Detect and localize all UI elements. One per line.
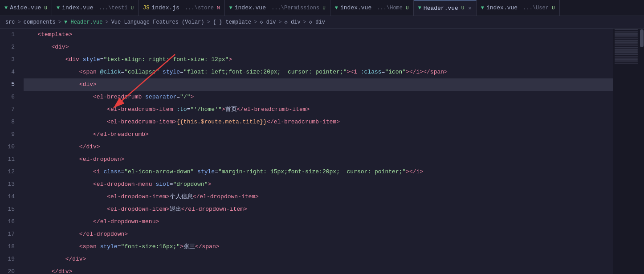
tab-unsaved: U — [406, 5, 409, 11]
tab-path: ...\test1 — [95, 5, 127, 11]
code-line-5: <div> — [24, 78, 613, 91]
code-content[interactable]: <template> <div> <div style="text-align:… — [20, 29, 613, 274]
tab-index-home[interactable]: ▼ index.vue ...\Home U — [330, 0, 414, 16]
minimap — [613, 29, 640, 274]
line-num-15: 15 — [0, 203, 20, 216]
vue-icon: ▼ — [481, 5, 484, 11]
line-num-5: 5 — [0, 78, 20, 91]
tab-label: Header.vue — [424, 5, 458, 12]
tab-index-store[interactable]: JS index.js ...\store M — [139, 0, 224, 16]
code-line-15: <el-dropdown-item>退出</el-dropdown-item> — [24, 203, 613, 216]
code-line-11: <el-dropdown> — [24, 153, 613, 166]
code-line-7: <el-breadcrumb-item :to="'/home'">首页</el… — [24, 103, 613, 116]
line-num-6: 6 — [0, 91, 20, 103]
line-num-2: 2 — [0, 41, 20, 53]
tab-path: ...\Permissions — [268, 5, 319, 11]
code-line-10: </div> — [24, 141, 613, 153]
breadcrumb-src: src — [5, 19, 15, 25]
tab-label: index.js — [151, 4, 179, 11]
line-num-1: 1 — [0, 29, 20, 41]
line-num-3: 3 — [0, 53, 20, 66]
tab-header[interactable]: ▼ Header.vue U ✕ — [414, 0, 477, 16]
breadcrumb-div2: ◇ div — [285, 19, 301, 25]
scrollbar[interactable] — [640, 29, 644, 274]
line-num-11: 11 — [0, 153, 20, 166]
line-num-7: 7 — [0, 103, 20, 116]
code-line-2: <div> — [24, 41, 613, 53]
breadcrumb-header-vue: ▼ Header.vue — [64, 19, 102, 25]
breadcrumb-sep: > — [207, 19, 210, 25]
code-line-1: <template> — [24, 29, 613, 41]
code-line-13: <el-dropdown-menu slot="dropdown"> — [24, 178, 613, 191]
code-line-12: <i class="el-icon-arrow-down" style="mar… — [24, 166, 613, 178]
tab-unsaved: U — [130, 5, 134, 11]
breadcrumb-sep: > — [303, 19, 306, 25]
breadcrumb-div1: ◇ div — [260, 19, 276, 25]
tab-aside[interactable]: ▼ Aside.vue U — [0, 0, 52, 16]
code-line-6: <el-breadcrumb separator="/"> — [24, 91, 613, 103]
tab-modified: M — [217, 5, 220, 11]
tab-unsaved: U — [461, 5, 465, 11]
breadcrumb-components: components — [24, 19, 56, 25]
tab-label: index.vue — [486, 4, 518, 11]
line-num-13: 13 — [0, 178, 20, 191]
line-num-14: 14 — [0, 191, 20, 203]
editor-area: 1 2 3 4 5 6 7 8 9 10 11 12 13 14 15 16 1… — [0, 29, 644, 274]
tab-path: ...\store — [182, 5, 214, 11]
line-num-19: 19 — [0, 253, 20, 266]
code-line-16: </el-dropdown-menu> — [24, 216, 613, 228]
tab-unsaved: U — [44, 5, 47, 11]
code-line-14: <el-dropdown-item>个人信息</el-dropdown-item… — [24, 191, 613, 203]
vue-icon: ▼ — [418, 5, 421, 11]
tab-bar: ▼ Aside.vue U ▼ index.vue ...\test1 U JS… — [0, 0, 644, 16]
breadcrumb-template: { } template — [213, 19, 251, 25]
line-num-17: 17 — [0, 228, 20, 241]
js-icon: JS — [143, 5, 149, 11]
line-num-16: 16 — [0, 216, 20, 228]
line-numbers: 1 2 3 4 5 6 7 8 9 10 11 12 13 14 15 16 1… — [0, 29, 20, 274]
vue-icon: ▼ — [57, 5, 60, 11]
tab-unsaved: U — [552, 5, 555, 11]
syntax-tag: <template> — [37, 29, 72, 41]
breadcrumb-sep: > — [58, 19, 61, 25]
tab-label: index.vue — [62, 4, 93, 11]
code-line-18: <span style="font-size:16px;">张三</span> — [24, 241, 613, 253]
line-num-12: 12 — [0, 166, 20, 178]
breadcrumb-sep: > — [254, 19, 257, 25]
breadcrumb-volar: Vue Language Features (Volar) — [111, 19, 204, 25]
tab-unsaved: U — [322, 5, 326, 11]
code-line-4: <span @click="collapse" style="float: le… — [24, 66, 613, 78]
breadcrumb-sep: > — [105, 19, 108, 25]
code-line-20: </div> — [24, 266, 613, 274]
vue-icon: ▼ — [335, 5, 338, 11]
tab-close-button[interactable]: ✕ — [468, 5, 471, 12]
vue-icon: ▼ — [4, 5, 8, 11]
tab-index-user[interactable]: ▼ index.vue ...\User U — [477, 0, 560, 16]
line-num-18: 18 — [0, 241, 20, 253]
tab-index-permissions[interactable]: ▼ index.vue ...\Permissions U — [225, 0, 330, 16]
line-num-4: 4 — [0, 66, 20, 78]
tab-path: ...\User — [520, 5, 549, 11]
tab-path: ...\Home — [374, 5, 403, 11]
code-line-19: </div> — [24, 253, 613, 266]
vue-icon: ▼ — [229, 5, 232, 11]
breadcrumb-bar: src > components > ▼ Header.vue > Vue La… — [0, 16, 644, 29]
line-num-8: 8 — [0, 116, 20, 128]
breadcrumb-sep: > — [278, 19, 281, 25]
code-line-17: </el-dropdown> — [24, 228, 613, 241]
tab-label: index.vue — [235, 4, 266, 11]
breadcrumb-sep: > — [18, 19, 21, 25]
line-num-10: 10 — [0, 141, 20, 153]
breadcrumb-div3: ◇ div — [309, 19, 325, 25]
tab-index-test1[interactable]: ▼ index.vue ...\test1 U — [52, 0, 139, 16]
code-line-8: <el-breadcrumb-item>{{this.$route.meta.t… — [24, 116, 613, 128]
line-num-9: 9 — [0, 128, 20, 141]
code-line-3: <div style="text-align: right; font-size… — [24, 53, 613, 66]
code-line-9: </el-breadcrumb> — [24, 128, 613, 141]
scrollbar-thumb[interactable] — [640, 29, 644, 47]
tab-label: index.vue — [340, 4, 371, 11]
tab-label: Aside.vue — [10, 4, 41, 11]
line-num-20: 20 — [0, 266, 20, 274]
